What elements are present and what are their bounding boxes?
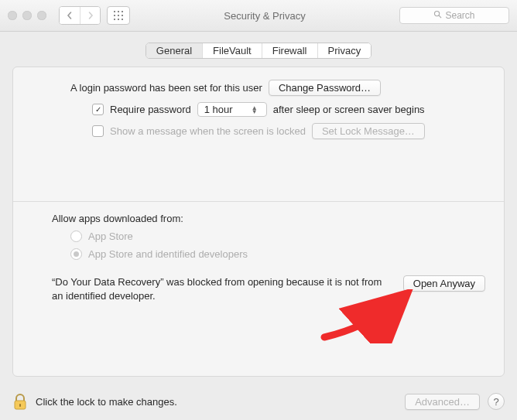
lock-icon[interactable] bbox=[12, 392, 28, 411]
blocked-app-message: “Do Your Data Recovery” was blocked from… bbox=[52, 275, 392, 302]
tab-filevault[interactable]: FileVault bbox=[203, 43, 262, 58]
zoom-window-button[interactable] bbox=[37, 11, 46, 20]
svg-rect-4 bbox=[118, 15, 119, 16]
search-input[interactable]: Search bbox=[399, 7, 509, 24]
svg-rect-6 bbox=[114, 19, 115, 20]
show-message-checkbox[interactable] bbox=[92, 125, 104, 137]
nav-back-forward bbox=[59, 6, 101, 25]
svg-rect-12 bbox=[19, 404, 21, 407]
close-window-button[interactable] bbox=[8, 11, 17, 20]
stepper-icon: ▲▼ bbox=[252, 106, 258, 114]
require-password-checkbox[interactable] bbox=[92, 104, 104, 115]
set-lock-message-button: Set Lock Message… bbox=[312, 123, 425, 139]
require-password-delay-value: 1 hour bbox=[204, 104, 233, 115]
forward-button[interactable] bbox=[80, 7, 100, 24]
show-message-label: Show a message when the screen is locked bbox=[110, 125, 306, 137]
footer: Click the lock to make changes. Advanced… bbox=[0, 386, 517, 420]
window-title: Security & Privacy bbox=[136, 10, 393, 22]
advanced-button[interactable]: Advanced… bbox=[405, 394, 480, 410]
tab-firewall[interactable]: Firewall bbox=[262, 43, 318, 58]
svg-rect-5 bbox=[122, 15, 123, 16]
svg-rect-1 bbox=[118, 11, 119, 12]
tab-privacy[interactable]: Privacy bbox=[318, 43, 371, 58]
svg-rect-2 bbox=[122, 11, 123, 12]
radio-identified-developers-label: App Store and identified developers bbox=[88, 248, 248, 260]
svg-rect-0 bbox=[114, 11, 115, 12]
after-sleep-text: after sleep or screen saver begins bbox=[273, 104, 425, 115]
radio-app-store bbox=[70, 230, 82, 242]
search-placeholder: Search bbox=[445, 10, 474, 21]
section-divider bbox=[13, 201, 504, 202]
back-button[interactable] bbox=[60, 7, 80, 24]
security-privacy-window: Security & Privacy Search General FileVa… bbox=[0, 0, 517, 420]
allow-apps-heading: Allow apps downloaded from: bbox=[52, 213, 183, 224]
general-panel: A login password has been set for this u… bbox=[12, 67, 505, 377]
radio-identified-developers bbox=[70, 248, 82, 260]
tab-bar: General FileVault Firewall Privacy bbox=[146, 43, 371, 59]
search-icon bbox=[433, 10, 442, 21]
lock-hint-text: Click the lock to make changes. bbox=[36, 396, 397, 408]
change-password-button[interactable]: Change Password… bbox=[269, 80, 381, 96]
svg-rect-8 bbox=[122, 19, 123, 20]
tab-general[interactable]: General bbox=[146, 43, 203, 58]
help-button[interactable]: ? bbox=[488, 393, 505, 410]
open-anyway-button[interactable]: Open Anyway bbox=[403, 275, 485, 292]
require-password-delay-select[interactable]: 1 hour ▲▼ bbox=[197, 102, 267, 117]
svg-rect-7 bbox=[118, 19, 119, 20]
svg-line-10 bbox=[439, 15, 441, 18]
login-password-set-text: A login password has been set for this u… bbox=[70, 82, 262, 94]
minimize-window-button[interactable] bbox=[22, 11, 32, 20]
svg-rect-3 bbox=[114, 15, 115, 16]
show-all-prefs-button[interactable] bbox=[107, 6, 130, 25]
radio-app-store-label: App Store bbox=[88, 230, 133, 242]
require-password-label: Require password bbox=[110, 104, 191, 115]
tab-row: General FileVault Firewall Privacy bbox=[0, 32, 517, 67]
window-controls bbox=[8, 11, 46, 20]
svg-point-9 bbox=[435, 11, 440, 15]
titlebar: Security & Privacy Search bbox=[0, 0, 517, 32]
